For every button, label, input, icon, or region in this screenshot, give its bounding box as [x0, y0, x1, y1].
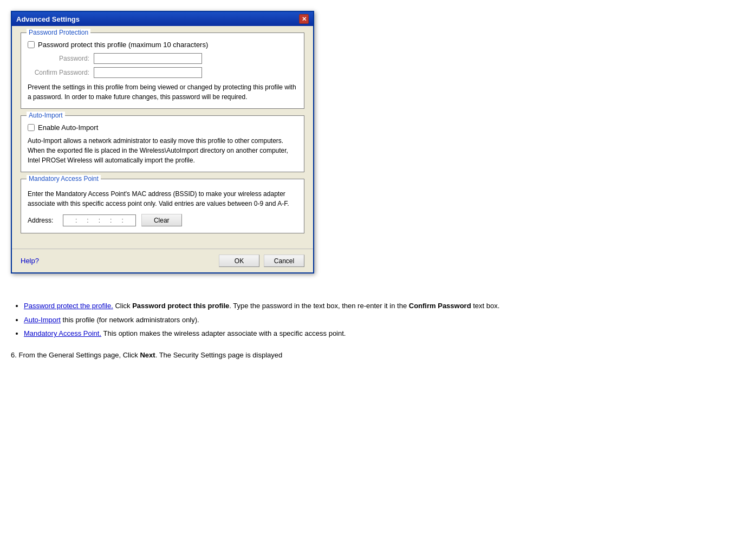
password-protect-row: Password protect this profile (maximum 1… — [28, 41, 297, 49]
auto-import-group: Auto-Import Enable Auto-Import Auto-Impo… — [21, 115, 304, 172]
bullet-1-text: Click Password protect this profile. Typ… — [115, 302, 499, 310]
close-icon: ✕ — [302, 16, 307, 23]
auto-import-link[interactable]: Auto-Import — [24, 316, 61, 324]
mac-address-input-box: : : : : : — [63, 214, 136, 226]
clear-button[interactable]: Clear — [141, 214, 182, 226]
footer-buttons: OK Cancel — [219, 255, 304, 267]
mac-octet-1[interactable] — [67, 217, 74, 224]
confirm-password-label: Confirm Password: — [30, 69, 89, 76]
password-protection-content: Password protect this profile (maximum 1… — [28, 41, 297, 102]
enable-auto-import-label: Enable Auto-Import — [38, 123, 98, 132]
auto-import-description: Auto-Import allows a network administrat… — [28, 136, 297, 165]
password-protection-legend: Password Protection — [27, 29, 90, 36]
password-input[interactable] — [94, 53, 202, 64]
cancel-button[interactable]: Cancel — [264, 255, 304, 267]
mac-sep-4: : — [110, 217, 112, 224]
password-description: Prevent the settings in this profile fro… — [28, 82, 297, 102]
bold-next: Next — [140, 351, 155, 359]
mac-octet-6[interactable] — [125, 217, 132, 224]
mac-octet-4[interactable] — [101, 217, 109, 224]
mandatory-access-point-link[interactable]: Mandatory Access Point. — [24, 329, 101, 337]
confirm-password-input[interactable] — [94, 67, 202, 78]
mac-sep-3: : — [99, 217, 100, 224]
close-button[interactable]: ✕ — [299, 14, 309, 24]
enable-auto-import-checkbox[interactable] — [28, 124, 35, 131]
dialog-title: Advanced Settings — [16, 15, 80, 23]
auto-import-content: Enable Auto-Import Auto-Import allows a … — [28, 123, 297, 165]
password-label: Password: — [30, 55, 89, 62]
mandatory-access-point-content: Enter the Mandatory Access Point's MAC a… — [28, 189, 297, 226]
step-6-text: 6. From the General Settings page, Click… — [11, 350, 743, 361]
password-protect-link[interactable]: Password protect the profile. — [24, 302, 113, 310]
dialog-titlebar: Advanced Settings ✕ — [12, 12, 313, 26]
auto-import-legend: Auto-Import — [27, 112, 65, 119]
mandatory-access-point-group: Mandatory Access Point Enter the Mandato… — [21, 179, 304, 233]
bullet-3-text: This option makes the wireless adapter a… — [103, 329, 346, 337]
dialog-footer: Help? OK Cancel — [12, 249, 313, 272]
bullet-list: Password protect the profile. Click Pass… — [11, 301, 743, 339]
address-label: Address: — [28, 217, 57, 224]
help-link[interactable]: Help? — [21, 257, 39, 265]
advanced-settings-dialog: Advanced Settings ✕ Password Protection … — [11, 11, 314, 274]
mandatory-access-point-legend: Mandatory Access Point — [27, 175, 101, 183]
list-item: Mandatory Access Point. This option make… — [24, 328, 743, 339]
password-protect-label: Password protect this profile (maximum 1… — [38, 41, 208, 49]
mac-sep-2: : — [87, 217, 88, 224]
mac-octet-3[interactable] — [90, 217, 98, 224]
address-row: Address: : : : : : Clear — [28, 214, 297, 226]
confirm-password-field-row: Confirm Password: — [30, 67, 297, 78]
body-content: Password protect the profile. Click Pass… — [11, 295, 743, 366]
password-protect-checkbox[interactable] — [28, 41, 35, 48]
mac-sep-5: : — [121, 217, 123, 224]
mac-sep-1: : — [75, 217, 77, 224]
enable-auto-import-row: Enable Auto-Import — [28, 123, 297, 132]
bold-confirm-password: Confirm Password — [409, 302, 471, 310]
mac-octet-5[interactable] — [113, 217, 120, 224]
bullet-2-text: this profile (for network administrators… — [63, 316, 199, 324]
list-item: Password protect the profile. Click Pass… — [24, 301, 743, 311]
list-item: Auto-Import this profile (for network ad… — [24, 315, 743, 325]
dialog-content: Password Protection Password protect thi… — [12, 26, 313, 249]
mandatory-access-point-description: Enter the Mandatory Access Point's MAC a… — [28, 189, 297, 209]
ok-button[interactable]: OK — [219, 255, 259, 267]
password-protection-group: Password Protection Password protect thi… — [21, 32, 304, 109]
mac-octet-2[interactable] — [78, 217, 86, 224]
bold-password-protect: Password protect this profile — [132, 302, 229, 310]
password-field-row: Password: — [30, 53, 297, 64]
